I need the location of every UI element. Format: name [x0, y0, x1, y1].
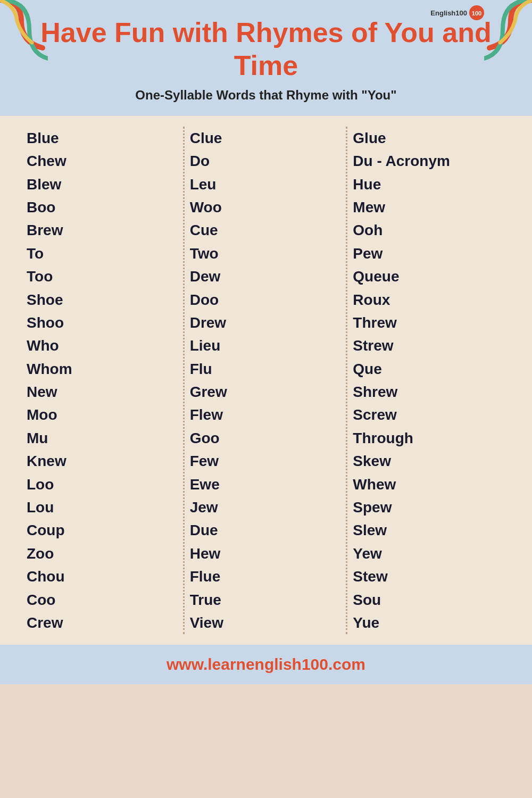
- list-item: Blue: [27, 127, 179, 149]
- list-item: Knew: [27, 450, 179, 472]
- corner-decoration-tl: [0, 0, 48, 69]
- list-item: Leu: [190, 173, 343, 196]
- list-item: Coo: [27, 588, 179, 611]
- list-item: Blew: [27, 173, 179, 196]
- list-item: Shoo: [27, 311, 179, 334]
- subtitle-pre: One-: [135, 88, 164, 102]
- badge-label: English100: [430, 9, 467, 17]
- list-item: Few: [190, 450, 343, 472]
- list-item: Chew: [27, 149, 179, 172]
- list-item: Do: [190, 149, 343, 172]
- list-item: Whom: [27, 358, 179, 380]
- list-item: Du - Acronym: [353, 149, 505, 172]
- list-item: Flue: [190, 565, 343, 588]
- list-item: Yew: [353, 542, 505, 565]
- list-item: Mew: [353, 196, 505, 219]
- list-item: Spew: [353, 496, 505, 519]
- list-item: Brew: [27, 219, 179, 242]
- list-item: Chou: [27, 565, 179, 588]
- list-item: Ewe: [190, 473, 343, 496]
- main-content: BlueChewBlewBooBrewToTooShoeShooWhoWhomN…: [0, 116, 532, 645]
- list-item: Coup: [27, 519, 179, 542]
- list-item: Woo: [190, 196, 343, 219]
- list-item: Lou: [27, 496, 179, 519]
- list-item: Two: [190, 242, 343, 265]
- list-item: Threw: [353, 311, 505, 334]
- list-item: Moo: [27, 403, 179, 426]
- list-item: Goo: [190, 427, 343, 450]
- list-item: Stew: [353, 565, 505, 588]
- page-title: Have Fun with Rhymes of You and Time: [11, 16, 521, 82]
- list-item: Ooh: [353, 219, 505, 242]
- footer-url: www.learnenglish100.com: [167, 655, 365, 673]
- badge-icon: 100: [469, 5, 484, 20]
- column-2: ClueDoLeuWooCueTwoDewDooDrewLieuFluGrewF…: [185, 127, 348, 635]
- column-3: GlueDu - AcronymHueMewOohPewQueueRouxThr…: [347, 127, 511, 635]
- list-item: Due: [190, 519, 343, 542]
- list-item: Loo: [27, 473, 179, 496]
- svg-text:100: 100: [472, 10, 481, 16]
- page-subtitle: One-Syllable Words that Rhyme with "You": [11, 88, 521, 103]
- list-item: Flew: [190, 403, 343, 426]
- list-item: Shoe: [27, 288, 179, 311]
- list-item: Too: [27, 265, 179, 288]
- list-item: Skew: [353, 450, 505, 472]
- list-item: Screw: [353, 403, 505, 426]
- list-item: Lieu: [190, 334, 343, 357]
- subtitle-bold: Syllable Words that Rhyme with "You": [164, 88, 397, 102]
- list-item: Jew: [190, 496, 343, 519]
- list-item: Hew: [190, 542, 343, 565]
- list-item: Who: [27, 334, 179, 357]
- list-item: Glue: [353, 127, 505, 149]
- list-item: Hue: [353, 173, 505, 196]
- list-item: Zoo: [27, 542, 179, 565]
- brand-badge: English100 100: [430, 5, 484, 20]
- header: English100 100 Have Fun with Rhymes of Y…: [0, 0, 532, 116]
- list-item: Crew: [27, 611, 179, 634]
- list-item: Strew: [353, 334, 505, 357]
- list-item: Queue: [353, 265, 505, 288]
- list-item: Pew: [353, 242, 505, 265]
- list-item: Slew: [353, 519, 505, 542]
- footer: www.learnenglish100.com: [0, 645, 532, 684]
- list-item: Shrew: [353, 380, 505, 403]
- list-item: Cue: [190, 219, 343, 242]
- list-item: True: [190, 588, 343, 611]
- list-item: Que: [353, 358, 505, 380]
- list-item: View: [190, 611, 343, 634]
- list-item: Flu: [190, 358, 343, 380]
- list-item: Clue: [190, 127, 343, 149]
- list-item: Doo: [190, 288, 343, 311]
- list-item: Sou: [353, 588, 505, 611]
- word-columns: BlueChewBlewBooBrewToTooShoeShooWhoWhomN…: [21, 127, 511, 635]
- list-item: Boo: [27, 196, 179, 219]
- list-item: Roux: [353, 288, 505, 311]
- list-item: Mu: [27, 427, 179, 450]
- list-item: New: [27, 380, 179, 403]
- list-item: To: [27, 242, 179, 265]
- list-item: Drew: [190, 311, 343, 334]
- corner-decoration-tr: [484, 0, 532, 69]
- list-item: Whew: [353, 473, 505, 496]
- column-1: BlueChewBlewBooBrewToTooShoeShooWhoWhomN…: [21, 127, 185, 635]
- list-item: Yue: [353, 611, 505, 634]
- list-item: Grew: [190, 380, 343, 403]
- list-item: Dew: [190, 265, 343, 288]
- list-item: Through: [353, 427, 505, 450]
